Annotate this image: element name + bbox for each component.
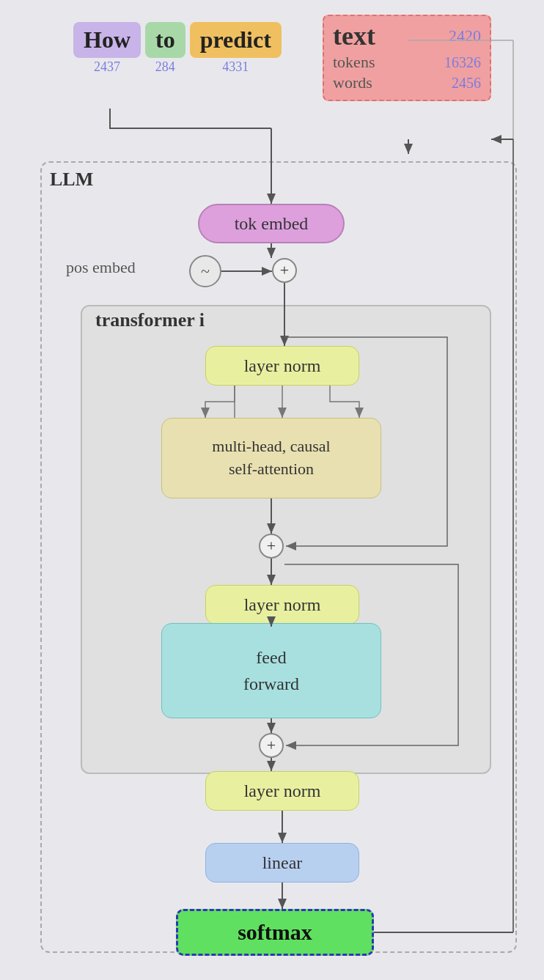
word-to: to 284: [145, 22, 185, 75]
text-box-top-num: 2420: [449, 26, 481, 45]
tok-embed-label: tok embed: [235, 214, 309, 234]
layer-norm-1-label: layer norm: [244, 356, 321, 376]
plus-attn-symbol: +: [267, 537, 276, 556]
layer-norm-2-label: layer norm: [244, 595, 321, 615]
word-to-num: 284: [155, 59, 175, 75]
llm-label: LLM: [50, 169, 93, 191]
linear-label: linear: [262, 853, 303, 873]
plus-ff-circle: +: [259, 733, 284, 758]
word-predict-label: predict: [190, 22, 282, 58]
word-tokens: How 2437 to 284 predict 4331: [73, 22, 282, 75]
softmax-label: softmax: [238, 920, 312, 945]
text-box: text 2420 tokens 16326 words 2456: [323, 15, 491, 101]
word-how-num: 2437: [94, 59, 120, 75]
tok-embed-box: tok embed: [198, 204, 345, 243]
ff-box: feedforward: [161, 623, 381, 718]
ff-label: feedforward: [243, 644, 299, 697]
svg-marker-40: [491, 135, 501, 144]
text-box-words-num: 2456: [452, 75, 481, 92]
layer-norm-2: layer norm: [205, 585, 359, 625]
pos-embed-circle: ~: [189, 255, 221, 287]
plus-embed-circle: +: [272, 258, 297, 283]
word-to-label: to: [145, 22, 185, 58]
svg-marker-3: [404, 144, 413, 154]
pos-embed-label: pos embed: [66, 258, 136, 277]
layer-norm-3: layer norm: [205, 771, 359, 811]
pos-embed-symbol: ~: [201, 262, 210, 281]
softmax-box: softmax: [176, 909, 374, 956]
linear-box: linear: [205, 843, 359, 883]
layer-norm-1: layer norm: [205, 346, 359, 386]
word-how: How 2437: [73, 22, 141, 75]
main-container: How 2437 to 284 predict 4331 text 2420 t…: [0, 0, 544, 980]
text-box-words-label: words: [333, 73, 372, 92]
text-box-tokens-row: tokens 16326: [333, 53, 481, 72]
attention-box: multi-head, causalself-attention: [161, 418, 381, 498]
plus-ff-symbol: +: [267, 736, 276, 755]
layer-norm-3-label: layer norm: [244, 781, 321, 801]
text-box-words-row: words 2456: [333, 73, 481, 92]
word-predict: predict 4331: [190, 22, 282, 75]
attention-label: multi-head, causalself-attention: [212, 435, 330, 481]
word-predict-num: 4331: [222, 59, 249, 75]
plus-embed-symbol: +: [280, 261, 289, 280]
transformer-label: transformer i: [95, 309, 205, 331]
plus-attn-circle: +: [259, 534, 284, 559]
text-box-tokens-num: 16326: [444, 54, 481, 71]
word-how-label: How: [73, 22, 141, 58]
text-box-tokens-label: tokens: [333, 53, 375, 72]
text-box-title: text: [333, 21, 375, 51]
